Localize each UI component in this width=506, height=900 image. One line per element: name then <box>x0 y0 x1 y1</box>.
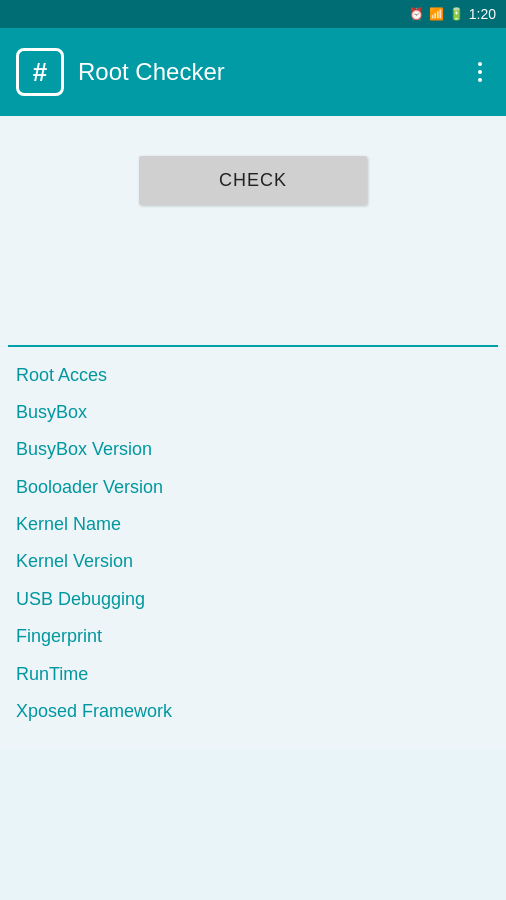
app-bar: # Root Checker <box>0 28 506 116</box>
content-area: CHECK <box>0 116 506 225</box>
status-time: 1:20 <box>469 6 496 22</box>
list-item-fingerprint: Fingerprint <box>16 618 490 655</box>
app-bar-left: # Root Checker <box>16 48 225 96</box>
list-item-busybox-version: BusyBox Version <box>16 431 490 468</box>
battery-icon: 🔋 <box>449 7 464 21</box>
status-bar: ⏰ 📶 🔋 1:20 <box>0 0 506 28</box>
list-item-booloader-version: Booloader Version <box>16 469 490 506</box>
alarm-icon: ⏰ <box>409 7 424 21</box>
list-item-root-access: Root Acces <box>16 357 490 394</box>
overflow-menu-button[interactable] <box>470 54 490 90</box>
list-item-xposed-framework: Xposed Framework <box>16 693 490 730</box>
overflow-dot-2 <box>478 70 482 74</box>
check-button[interactable]: CHECK <box>139 156 367 205</box>
list-area: Root Acces BusyBox BusyBox Version Boolo… <box>0 347 506 751</box>
list-item-usb-debugging: USB Debugging <box>16 581 490 618</box>
list-item-busybox: BusyBox <box>16 394 490 431</box>
hash-icon: # <box>16 48 64 96</box>
list-item-runtime: RunTime <box>16 656 490 693</box>
app-title: Root Checker <box>78 58 225 86</box>
spacer-area <box>0 225 506 345</box>
overflow-dot-3 <box>478 78 482 82</box>
list-item-kernel-name: Kernel Name <box>16 506 490 543</box>
status-icons: ⏰ 📶 🔋 1:20 <box>409 6 496 22</box>
signal-icon: 📶 <box>429 7 444 21</box>
list-item-kernel-version: Kernel Version <box>16 543 490 580</box>
overflow-dot-1 <box>478 62 482 66</box>
